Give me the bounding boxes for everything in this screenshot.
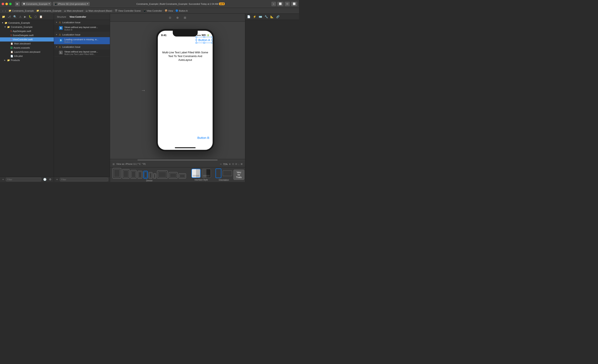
orientation-landscape[interactable] [223, 170, 232, 176]
device-ipad-medium[interactable] [122, 169, 130, 179]
breadcrumb-main-storyboard-base[interactable]: 🗂 Main.storyboard (Base) [85, 9, 112, 12]
device-ipad-large[interactable] [113, 168, 121, 179]
breadcrumb-main-storyboard[interactable]: 🗂 Main.storyboard [64, 9, 83, 12]
tree-item-label: Constraints_Example [8, 22, 30, 24]
zoom-reset-icon[interactable]: ⊟ [235, 163, 237, 165]
nav-scm-icon[interactable]: ⎇ [7, 15, 11, 19]
forward-button[interactable]: › [4, 9, 7, 12]
inspector-quick-icon[interactable]: ⚡ [252, 15, 257, 19]
zoom-in-button[interactable]: + [229, 162, 231, 166]
nav-debug-icon[interactable]: 🐛 [28, 15, 33, 19]
zoom-options-icon[interactable]: ↕ [238, 163, 240, 165]
tree-item-products[interactable]: ▶ 📁 Products [0, 58, 54, 62]
inspector-file-icon[interactable]: 📄 [247, 15, 251, 19]
handle-top-right[interactable] [211, 36, 213, 38]
back-button[interactable]: ‹ [2, 9, 4, 12]
filter-recent-button[interactable]: 🕐 [42, 178, 47, 181]
issue-group-1[interactable]: ▼ ⚠ Localization Issue [54, 20, 110, 25]
tree-item-root[interactable]: ▼ 📁 Constraints_Example [0, 21, 54, 25]
handle-top-left[interactable] [196, 36, 197, 38]
tree-item-group[interactable]: ▼ 📁 Constraints_Example [0, 25, 54, 29]
tree-item-launchscreen[interactable]: 📋 LaunchScreen.storyboard [0, 50, 54, 54]
inspector-size-icon[interactable]: 📐 [270, 15, 274, 19]
view-as-toggle-icon[interactable]: ⊞ [113, 163, 115, 166]
tree-item-assets[interactable]: 🖼 Assets.xcassets [0, 46, 54, 50]
handle-bottom-left[interactable] [196, 42, 197, 44]
device-ipad-landscape[interactable] [157, 170, 168, 179]
device-phone-active[interactable] [143, 171, 148, 179]
tree-item-mainstoryboard[interactable]: 📋 Main.storyboard [0, 41, 54, 46]
device-selector[interactable]: 📱 iPhone SE (2nd generation) ▾ [53, 2, 90, 6]
add-item-button[interactable]: + [2, 178, 5, 181]
filter-options-button[interactable]: ⚙ [48, 178, 52, 181]
canvas-main[interactable]: → 9:41 ●●● WiFi 🔋 [110, 22, 245, 159]
handle-middle-left[interactable] [196, 39, 197, 41]
add-constraint-button[interactable]: ⊕ [175, 15, 180, 20]
scheme-selector[interactable]: ⬢ Constraints_Example ▾ [22, 2, 51, 6]
interface-style-light[interactable] [191, 169, 200, 178]
structure-tab[interactable]: Structure [56, 15, 67, 18]
nav-test-icon[interactable]: ▶ [24, 15, 27, 19]
inspector-identity-icon[interactable]: 🪪 [258, 15, 263, 19]
issue-item-3[interactable]: L Views without any layout constr... Mul… [54, 49, 110, 57]
breadcrumb-constraints-example[interactable]: 📁 Constraints_Example [8, 9, 34, 12]
breadcrumb-view-controller-scene[interactable]: 🎬 View Controller Scene [115, 9, 141, 12]
zoom-fit-button[interactable]: ⊙ [168, 15, 172, 20]
nav-report-icon[interactable]: 📋 [39, 15, 43, 19]
button-a-selected[interactable]: Button A [198, 38, 211, 42]
align-button[interactable]: ⊞ [183, 15, 187, 20]
tree-item-appdelegate[interactable]: S AppDelegate.swift [0, 29, 54, 33]
horizontal-scrollbar[interactable] [137, 160, 217, 161]
issue-item-2-selected[interactable]: B Leading constraint is missing, w... Bu… [54, 37, 110, 44]
inspector-attributes-icon[interactable]: 🔧 [264, 15, 268, 19]
fullscreen-button[interactable] [9, 3, 12, 5]
breadcrumb-button-a[interactable]: 🔵 Button A [175, 9, 188, 12]
navigator-filter-input[interactable] [6, 178, 41, 181]
add-button[interactable]: + [271, 2, 276, 6]
device-phone-small[interactable] [153, 173, 156, 179]
breadcrumb-view[interactable]: 📦 View [165, 9, 173, 12]
close-button[interactable] [2, 3, 4, 5]
nav-breakpoints-icon[interactable]: ⬡ [34, 15, 37, 19]
tree-item-scenedelegate[interactable]: S SceneDelegate.swift [0, 33, 54, 37]
handle-top-middle[interactable] [203, 36, 205, 38]
breadcrumb-constraints-example-2[interactable]: 📁 Constraints_Example [36, 9, 62, 12]
handle-middle-right[interactable] [211, 39, 213, 41]
orientation-portrait[interactable] [216, 169, 221, 178]
interface-style-dark[interactable] [202, 169, 211, 178]
window-fullscreen[interactable]: ⊡ [285, 2, 290, 6]
device-phone-medium[interactable] [149, 172, 152, 179]
run-button[interactable]: ▶ [15, 2, 20, 6]
window-tile-right[interactable]: ⬜ [291, 2, 297, 6]
warning-badge[interactable]: ⚠ 4 [219, 2, 225, 5]
nav-search-icon[interactable]: 🔍 [13, 15, 17, 19]
button-issue-icon: B [59, 26, 63, 30]
add-issue-button[interactable]: + [56, 178, 58, 181]
window-tile-left[interactable]: ⬜ [277, 2, 283, 6]
nav-issues-icon[interactable]: ⚠ [18, 15, 22, 19]
handle-bottom-right[interactable] [211, 42, 213, 44]
zoom-out-button[interactable]: − [220, 162, 222, 166]
nav-folder-icon[interactable]: 📁 [1, 15, 6, 19]
storyboard-icon: 🗂 [64, 9, 66, 12]
device-phone-landscape[interactable] [169, 172, 178, 179]
issue-group-3[interactable]: ▼ ⚠ Localization Issue [54, 44, 110, 49]
device-ipad-small[interactable] [130, 170, 137, 179]
view-controller-tab[interactable]: View Controller [69, 15, 87, 18]
tree-item-infoplist[interactable]: 📄 Info.plist [0, 54, 54, 58]
zoom-fit-icon[interactable]: ⊡ [232, 163, 234, 165]
device-phone-large[interactable] [137, 171, 142, 179]
breadcrumb-view-controller[interactable]: 📱 View Controller [143, 9, 162, 12]
device-phone-landscape-small[interactable] [179, 173, 186, 179]
minimize-button[interactable] [5, 3, 8, 5]
issue-group-2[interactable]: ▼ ⚠ Localization Issue [54, 32, 110, 37]
inspector-connections-icon[interactable]: 🔗 [275, 15, 280, 19]
handle-bottom-middle[interactable] [203, 42, 205, 44]
orientation-label: Orientation [219, 179, 229, 181]
tree-item-viewcontroller[interactable]: S ViewController.swift [0, 37, 54, 41]
canvas-settings-icon[interactable]: ⊠ [241, 163, 242, 165]
vary-traits-button[interactable]: Vary for Traits [233, 170, 244, 180]
issue-item-1[interactable]: B Views without any layout constr... But… [54, 25, 110, 32]
button-b-container[interactable]: Button B [197, 136, 209, 139]
issues-filter-input[interactable] [60, 178, 108, 181]
